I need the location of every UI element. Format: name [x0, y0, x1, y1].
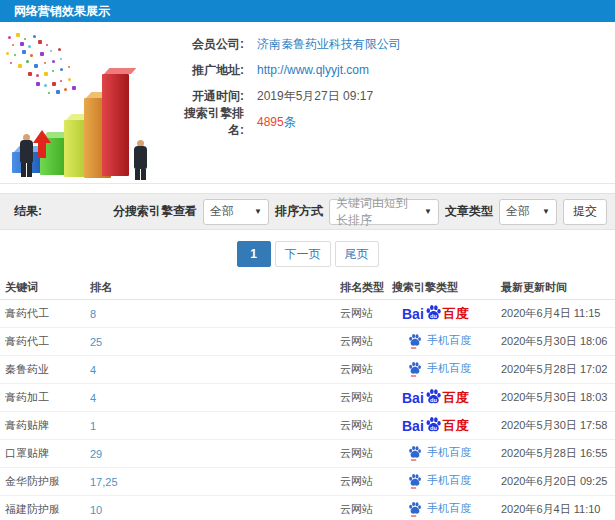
rank-type-cell: 云网站 — [340, 468, 392, 496]
keyword-cell: 口罩贴牌 — [0, 440, 90, 468]
chevron-down-icon: ▼ — [542, 207, 550, 216]
updated-cell: 2020年5月30日 18:03 — [494, 384, 615, 412]
col-header-engine-type: 搜索引擎类型 — [392, 276, 494, 300]
sort-value: 关键词由短到长排序 — [336, 195, 416, 229]
baidu-pc-logo: Bai du 百度 — [392, 416, 469, 435]
engine-cell: 手机百度 — [392, 440, 494, 468]
col-header-updated: 最新更新时间 — [494, 276, 615, 300]
businessman-figure-left — [20, 134, 33, 177]
svg-text:du: du — [430, 313, 437, 319]
submit-button[interactable]: 提交 — [563, 199, 607, 225]
updated-cell: 2020年5月28日 17:02 — [494, 356, 615, 384]
rank-cell: 4 — [90, 384, 340, 412]
businessman-figure-right — [134, 140, 147, 180]
rank-link[interactable]: 10 — [90, 504, 102, 516]
rank-link[interactable]: 8 — [90, 308, 96, 320]
baidu-paw-icon — [408, 361, 422, 377]
info-row-url: 推广地址: http://www.qlyyjt.com — [170, 57, 615, 83]
baidu-pc-logo: Bai du 百度 — [392, 304, 469, 323]
url-label: 推广地址: — [170, 62, 244, 79]
table-header: 关键词 排名 排名类型 搜索引擎类型 最新更新时间 — [0, 276, 615, 300]
table-row: 膏药贴牌 1 云网站 Bai du 百度 2020年5月30日 17:58 — [0, 412, 615, 440]
rank-count-value: 4895 — [257, 115, 284, 129]
baidu-paw-icon — [408, 333, 422, 349]
chevron-down-icon: ▼ — [424, 207, 432, 216]
updated-cell: 2020年6月4日 11:10 — [494, 496, 615, 520]
filter-controls: 分搜索引擎查看 全部 ▼ 排序方式 关键词由短到长排序 ▼ 文章类型 全部 ▼ … — [113, 199, 607, 225]
baidu-paw-icon — [408, 501, 422, 517]
engine-cell: 手机百度 — [392, 496, 494, 520]
rank-link[interactable]: 29 — [90, 448, 102, 460]
article-type-value: 全部 — [506, 203, 530, 220]
up-arrow-icon — [33, 130, 51, 160]
engine-cell: Bai du 百度 — [392, 412, 494, 440]
result-label: 结果: — [14, 203, 42, 220]
open-time-value: 2019年5月27日 09:17 — [257, 88, 373, 105]
rank-link[interactable]: 1 — [90, 420, 96, 432]
rank-cell: 17,25 — [90, 468, 340, 496]
company-link[interactable]: 济南秦鲁药业科技有限公司 — [257, 36, 401, 53]
info-row-company: 会员公司: 济南秦鲁药业科技有限公司 — [170, 31, 615, 57]
article-type-label: 文章类型 — [445, 203, 493, 220]
page-number-1[interactable]: 1 — [237, 241, 271, 267]
rank-cell: 10 — [90, 496, 340, 520]
table-row: 口罩贴牌 29 云网站 手机百度 2020年5月28日 16:55 — [0, 440, 615, 468]
promotion-url-link[interactable]: http://www.qlyyjt.com — [257, 63, 369, 77]
info-row-rank-count: 搜索引擎排名: 4895条 — [170, 109, 615, 135]
table-row: 秦鲁药业 4 云网站 手机百度 2020年5月28日 17:02 — [0, 356, 615, 384]
rank-type-cell: 云网站 — [340, 384, 392, 412]
article-type-select[interactable]: 全部 ▼ — [499, 199, 557, 225]
table-row: 膏药加工 4 云网站 Bai du 百度 2020年5月30日 18:03 — [0, 384, 615, 412]
baidu-paw-icon — [408, 445, 422, 461]
rank-cell: 1 — [90, 412, 340, 440]
baidu-paw-icon: du — [425, 388, 442, 407]
keyword-cell: 膏药加工 — [0, 384, 90, 412]
rank-type-cell: 云网站 — [340, 356, 392, 384]
updated-cell: 2020年5月30日 17:58 — [494, 412, 615, 440]
engine-filter-select[interactable]: 全部 ▼ — [203, 199, 269, 225]
page-title: 网络营销效果展示 — [14, 3, 110, 20]
table-row: 福建防护服 10 云网站 手机百度 2020年6月4日 11:10 — [0, 496, 615, 520]
open-time-label: 开通时间: — [170, 88, 244, 105]
table-row: 膏药代工 8 云网站 Bai du 百度 2020年6月4日 11:15 — [0, 300, 615, 328]
svg-text:du: du — [430, 397, 437, 403]
baidu-paw-icon: du — [425, 304, 442, 323]
last-page-button[interactable]: 尾页 — [335, 241, 379, 267]
rank-link[interactable]: 4 — [90, 364, 96, 376]
rank-link[interactable]: 17,25 — [90, 476, 118, 488]
keyword-cell: 秦鲁药业 — [0, 356, 90, 384]
company-label: 会员公司: — [170, 36, 244, 53]
engine-cell: 手机百度 — [392, 328, 494, 356]
rank-count-label: 搜索引擎排名: — [170, 105, 244, 139]
rank-type-cell: 云网站 — [340, 328, 392, 356]
table-body: 膏药代工 8 云网站 Bai du 百度 2020年6月4日 11:15 膏药代… — [0, 300, 615, 520]
engine-cell: Bai du 百度 — [392, 300, 494, 328]
baidu-mobile-logo: 手机百度 — [392, 501, 471, 517]
updated-cell: 2020年6月4日 11:15 — [494, 300, 615, 328]
engine-filter-label: 分搜索引擎查看 — [113, 203, 197, 220]
rank-type-cell: 云网站 — [340, 440, 392, 468]
title-bar: 网络营销效果展示 — [0, 0, 615, 22]
rank-link[interactable]: 25 — [90, 336, 102, 348]
keyword-cell: 膏药代工 — [0, 328, 90, 356]
company-info: 会员公司: 济南秦鲁药业科技有限公司 推广地址: http://www.qlyy… — [170, 22, 615, 135]
baidu-pc-logo: Bai du 百度 — [392, 388, 469, 407]
updated-cell: 2020年5月30日 18:06 — [494, 328, 615, 356]
updated-cell: 2020年6月20日 09:25 — [494, 468, 615, 496]
keyword-cell: 金华防护服 — [0, 468, 90, 496]
table-row: 金华防护服 17,25 云网站 手机百度 2020年6月20日 09:25 — [0, 468, 615, 496]
rank-link[interactable]: 4 — [90, 392, 96, 404]
next-page-button[interactable]: 下一页 — [275, 241, 331, 267]
col-header-rank: 排名 — [90, 276, 340, 300]
bar-chart-illustration — [0, 30, 170, 180]
filter-bar: 结果: 分搜索引擎查看 全部 ▼ 排序方式 关键词由短到长排序 ▼ 文章类型 全… — [0, 193, 615, 230]
engine-cell: Bai du 百度 — [392, 384, 494, 412]
chart-bar-red — [102, 74, 129, 176]
baidu-mobile-logo: 手机百度 — [392, 333, 471, 349]
sort-select[interactable]: 关键词由短到长排序 ▼ — [329, 199, 439, 225]
baidu-paw-icon — [408, 473, 422, 489]
col-header-rank-type: 排名类型 — [340, 276, 392, 300]
keyword-cell: 膏药代工 — [0, 300, 90, 328]
rank-cell: 4 — [90, 356, 340, 384]
keyword-cell: 福建防护服 — [0, 496, 90, 520]
